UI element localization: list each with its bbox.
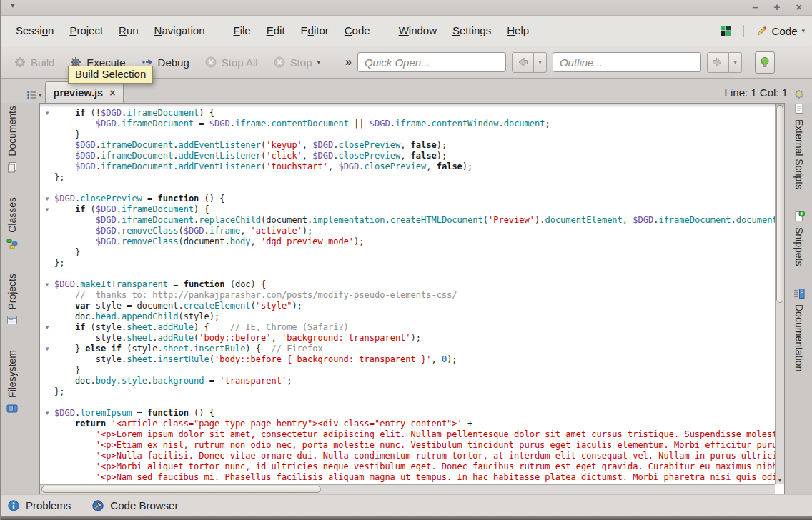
dock-button-label: Classes: [6, 197, 18, 233]
close-button[interactable]: ×: [796, 0, 802, 14]
menu-run[interactable]: Run: [111, 24, 147, 36]
code-area-button[interactable]: Code ▾: [756, 25, 805, 37]
code-line: $DGD.iframeDocument.replaceChild(documen…: [40, 215, 775, 226]
lightbulb-icon: [759, 56, 771, 68]
fold-marker-icon[interactable]: ▼: [40, 279, 54, 290]
dock-button-documentation[interactable]: Documentation: [793, 288, 805, 371]
dock-button-classes[interactable]: Classes: [6, 197, 18, 249]
document-list-button[interactable]: ▾: [26, 89, 42, 101]
outline-input[interactable]: [553, 52, 701, 72]
tab-close-icon[interactable]: ×: [109, 89, 115, 97]
code-line: ▼ if ($DGD.iframeDocument) {: [40, 204, 775, 215]
fold-marker-icon[interactable]: ▼: [40, 322, 54, 333]
menu-code[interactable]: Code: [337, 24, 378, 36]
menu-editor[interactable]: Editor: [293, 24, 337, 36]
gutter: [40, 226, 54, 236]
titlebar-menu-arrow-icon[interactable]: ▾: [11, 1, 15, 10]
forward-dropdown-button[interactable]: ▾: [729, 52, 742, 73]
gutter: [40, 386, 54, 397]
code-editor[interactable]: ▼ if (!$DGD.iframeDocument) { $DGD.ifram…: [39, 103, 785, 494]
code-line: }: [40, 365, 775, 376]
chevron-down-icon: ▾: [317, 59, 321, 66]
menu-session[interactable]: Session: [8, 24, 61, 36]
window-controls: – + ×: [752, 0, 802, 14]
code-line: doc.head.appendChild(style);: [40, 311, 775, 322]
gutter: [40, 215, 54, 226]
code-line: ▼ if (!$DGD.iframeDocument) {: [40, 108, 775, 119]
menu-window[interactable]: Window: [391, 24, 445, 36]
horizontal-scrollbar-thumb[interactable]: [41, 486, 321, 493]
code-line: };: [40, 172, 775, 183]
dock-button-external-scripts[interactable]: External Scripts: [793, 103, 805, 189]
gutter: [40, 365, 54, 376]
back-button[interactable]: [512, 52, 534, 73]
code-line: doc.body.style.background = 'transparent…: [40, 376, 775, 386]
vertical-scrollbar[interactable]: ▾: [775, 104, 784, 484]
menu-file[interactable]: File: [226, 24, 259, 36]
dock-button-snippets[interactable]: Snippets: [793, 211, 805, 266]
gutter: [40, 290, 54, 301]
quick-open-input[interactable]: [357, 52, 506, 72]
minimize-button[interactable]: –: [752, 0, 758, 14]
code-lines: ▼ if (!$DGD.iframeDocument) { $DGD.ifram…: [40, 104, 775, 494]
code-line: };: [40, 386, 775, 397]
toolbar-button-build[interactable]: Build: [6, 53, 62, 72]
menu-items: SessionProjectRunNavigationFileEditEdito…: [8, 24, 537, 37]
main-area: DocumentsClassesProjectsFilesystem ▼ if …: [1, 103, 812, 494]
menu-separator: [743, 25, 744, 37]
status-item-code-browser[interactable]: Code Browser: [92, 499, 178, 511]
code-line: $DGD.iframeDocument.addEventListener('ke…: [40, 140, 775, 151]
dock-button-projects[interactable]: Projects: [6, 274, 18, 326]
code-line: ▼ if (style.sheet.addRule) { // IE, Chro…: [40, 322, 775, 333]
dock-button-label: Documents: [6, 106, 18, 156]
toolbar-button-stop[interactable]: Stop▾: [266, 53, 328, 72]
script-icon: [793, 103, 805, 114]
vertical-scrollbar-thumb[interactable]: [776, 105, 783, 303]
window-bottom-edge: [1, 516, 812, 520]
menu-help[interactable]: Help: [499, 24, 537, 36]
code-line: ▼$DGD.makeItTransparent = function (doc)…: [40, 279, 775, 290]
cursor-position-status: Line: 1 Col: 1: [725, 86, 793, 103]
toolbar-overflow-chevron[interactable]: »: [345, 56, 352, 69]
gutter: [40, 161, 54, 172]
toolbar-button-stop-all[interactable]: Stop All: [197, 53, 266, 72]
gutter: [40, 354, 54, 365]
dock-button-documents[interactable]: Documents: [6, 106, 18, 173]
gutter: [40, 236, 54, 247]
code-line: style.sheet.addRule('body::before', 'bac…: [40, 333, 775, 344]
code-line: ▼ } else if (style.sheet.insertRule) { /…: [40, 344, 775, 354]
menu-edit[interactable]: Edit: [259, 24, 293, 36]
gutter: [40, 461, 54, 472]
tab-title: preview.js: [54, 87, 104, 99]
quickfix-bulb-button[interactable]: [755, 51, 775, 74]
fold-marker-icon[interactable]: ▼: [40, 204, 54, 215]
code-line: '<p>Lorem ipsum dolor sit amet, consecte…: [40, 429, 775, 440]
tab-preview-js[interactable]: preview.js ×: [45, 81, 124, 103]
status-item-problems[interactable]: Problems: [8, 499, 71, 511]
menu-project[interactable]: Project: [61, 24, 111, 36]
fold-marker-icon[interactable]: ▼: [40, 344, 54, 354]
dock-button-label: Filesystem: [6, 350, 18, 398]
documentation-icon: [793, 288, 805, 299]
fold-marker-icon[interactable]: ▼: [40, 108, 54, 119]
fold-marker-icon[interactable]: ▼: [40, 408, 54, 419]
menu-navigation[interactable]: Navigation: [147, 24, 213, 36]
dock-button-filesystem[interactable]: Filesystem: [6, 350, 18, 414]
code-line: [40, 397, 775, 408]
back-dropdown-button[interactable]: ▾: [534, 52, 547, 73]
scroll-down-arrow-icon[interactable]: ▾: [776, 477, 784, 484]
forward-button[interactable]: [707, 52, 729, 73]
gutter: [40, 472, 54, 483]
fold-marker-icon[interactable]: ▼: [40, 194, 54, 204]
editor-settings-icon[interactable]: [793, 89, 805, 100]
code-line: style.sheet.insertRule('body::before { b…: [40, 354, 775, 365]
gutter: [40, 183, 54, 194]
workspace-grid-icon[interactable]: [720, 25, 731, 36]
maximize-button[interactable]: +: [773, 0, 780, 14]
menu-settings[interactable]: Settings: [445, 24, 499, 36]
gutter: [40, 269, 54, 279]
horizontal-scrollbar[interactable]: [40, 484, 775, 494]
gutter: [40, 333, 54, 344]
code-area-label: Code: [772, 25, 798, 37]
window-titlebar: ▾ – + ×: [1, 0, 812, 16]
